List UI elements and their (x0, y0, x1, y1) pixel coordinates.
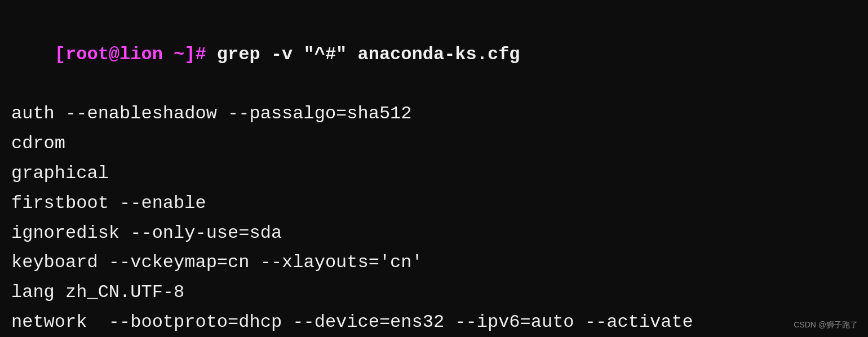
output-line: network --bootproto=dhcp --device=ens32 … (11, 308, 857, 337)
output-line: keyboard --vckeymap=cn --xlayouts='cn' (11, 248, 857, 278)
output-line: auth --enableshadow --passalgo=sha512 (11, 99, 857, 129)
output-line: ignoredisk --only-use=sda (11, 219, 857, 249)
output-line: firstboot --enable (11, 189, 857, 219)
output-lines: auth --enableshadow --passalgo=sha512cdr… (11, 99, 857, 337)
watermark: CSDN @狮子跑了 (794, 318, 858, 331)
prompt-command: grep -v "^#" anaconda-ks.cfg (206, 44, 520, 65)
output-line: lang zh_CN.UTF-8 (11, 278, 857, 308)
prompt-user: [root@lion ~]# (55, 44, 206, 65)
output-line: graphical (11, 159, 857, 189)
terminal-container: [root@lion ~]# grep -v "^#" anaconda-ks.… (11, 10, 857, 337)
output-line: cdrom (11, 129, 857, 159)
command-line: [root@lion ~]# grep -v "^#" anaconda-ks.… (11, 10, 857, 99)
